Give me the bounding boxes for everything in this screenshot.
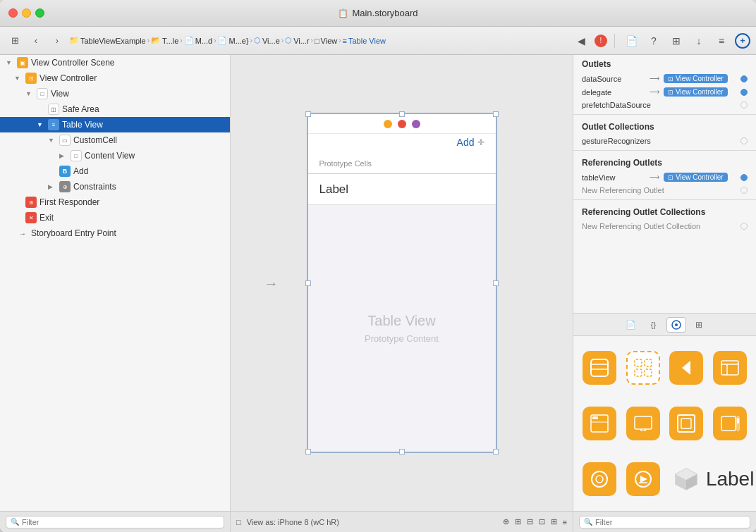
nav-item-exit[interactable]: ▶ ✕ Exit <box>0 210 230 225</box>
table-view-icon: ≡ <box>48 119 59 130</box>
cell-row[interactable]: Label <box>308 174 496 205</box>
lib-item-label[interactable]: Label <box>709 452 750 505</box>
table-icon-bottom[interactable]: ≡ <box>563 518 567 526</box>
device-icon[interactable]: □ <box>236 518 241 526</box>
toolbar-right: ◀ ! 📄 ? ⊞ ↓ ≡ + <box>572 32 750 50</box>
zoom-in-icon[interactable]: ⊞ <box>515 517 521 526</box>
handle-tc[interactable] <box>399 111 405 117</box>
svg-rect-22 <box>721 416 736 431</box>
nav-item-constraints[interactable]: ▶ ⊕ Constraints <box>0 179 230 194</box>
warning-button[interactable]: ! <box>595 35 607 47</box>
ruler-icon[interactable]: ⊞ <box>551 517 557 526</box>
back-button[interactable]: ‹ <box>27 32 45 50</box>
arrow-icon: ▼ <box>6 59 14 66</box>
lib-item-media-player[interactable] <box>623 452 664 505</box>
svg-rect-10 <box>721 361 738 375</box>
lib-item-collection-vc[interactable] <box>623 342 664 395</box>
lib-item-nav-vc[interactable] <box>666 342 707 395</box>
minimize-button[interactable] <box>22 8 31 18</box>
lib-item-table-view-controller[interactable] <box>579 342 620 395</box>
status-dot-purple <box>412 120 420 128</box>
breadcrumb-4[interactable]: ⬡ Vi...e <box>254 36 280 45</box>
entry-icon: → <box>17 228 28 239</box>
file-icon-3: 📄 <box>217 36 227 45</box>
handle-bc[interactable] <box>399 449 405 454</box>
status-dot-orange <box>384 120 392 128</box>
breadcrumb-1[interactable]: 📂 T...le <box>151 36 178 45</box>
tableview-outlet-name: tableView <box>582 173 645 182</box>
breadcrumb-7[interactable]: ≡ Table View <box>343 37 386 45</box>
canvas-scroll[interactable]: → <box>231 55 573 511</box>
close-button[interactable] <box>8 8 18 18</box>
nav-item-custom-cell[interactable]: ▼ ▭ CustomCell <box>0 132 230 148</box>
lib-tab-file[interactable]: 📄 <box>621 317 641 333</box>
gesture-circle[interactable] <box>740 137 748 144</box>
nav-item-safe-area[interactable]: ▶ ◫ Safe Area <box>0 101 230 117</box>
storyboard-icon: 📋 <box>338 8 348 18</box>
nav-item-table-view[interactable]: ▼ ≡ Table View <box>0 117 230 132</box>
help-button[interactable]: ? <box>645 32 663 50</box>
storyboard-entry-arrow: → <box>264 275 279 291</box>
grid-view-button[interactable]: ⊞ <box>6 32 24 50</box>
breadcrumb-5[interactable]: ⬡ Vi...r <box>285 36 309 45</box>
lib-item-pager-vc[interactable] <box>623 397 664 450</box>
nav-filter-input[interactable] <box>22 518 219 526</box>
collection-vc-icon <box>626 351 660 385</box>
bc-label-2: M...d <box>195 37 212 45</box>
bc-sep-1: › <box>180 37 182 44</box>
bc-label-7: Table View <box>348 37 386 45</box>
sidebar-button[interactable]: ≡ <box>712 32 731 50</box>
lib-item-split-vc[interactable] <box>709 342 750 395</box>
breadcrumb-6[interactable]: □ View <box>315 37 337 45</box>
handle-ml[interactable] <box>305 280 311 286</box>
lib-item-tab-vc[interactable] <box>579 397 620 450</box>
file-inspector-button[interactable]: 📄 <box>622 32 640 50</box>
zoom-out-icon[interactable]: ⊟ <box>527 517 533 526</box>
new-ref-circle[interactable] <box>740 187 748 194</box>
prefetch-circle[interactable] <box>740 101 748 109</box>
nav-label-cell: CustomCell <box>73 135 117 145</box>
zoom-fit-icon[interactable]: ⊕ <box>503 517 509 526</box>
handle-tl[interactable] <box>305 111 311 117</box>
avkit-vc-icon <box>583 462 616 496</box>
canvas-bottom-bar: □ View as: iPhone 8 (wC hR) ⊕ ⊞ ⊟ ⊡ ⊞ ≡ <box>231 511 573 532</box>
nav-item-first-responder[interactable]: ▶ ⊛ First Responder <box>0 194 230 210</box>
lib-search-icon: 🔍 <box>584 518 592 526</box>
handle-bl[interactable] <box>305 449 311 454</box>
handle-br[interactable] <box>493 449 499 454</box>
maximize-button[interactable] <box>35 8 44 18</box>
forward-button[interactable]: › <box>48 32 66 50</box>
nav-filter-wrap: 🔍 <box>6 516 224 528</box>
lib-tab-code[interactable]: {} <box>644 317 664 333</box>
lib-tab-object[interactable] <box>666 317 686 333</box>
canvas-with-arrow: → <box>307 99 497 467</box>
label-text-preview: Label <box>706 468 755 490</box>
breadcrumb-tableviewexample[interactable]: 📁 TableViewExample <box>69 36 146 45</box>
add-object-button[interactable]: + <box>735 33 750 49</box>
lib-item-scroll-vc[interactable] <box>709 397 750 450</box>
handle-tr[interactable] <box>493 111 499 117</box>
nav-item-scene[interactable]: ▼ ▣ View Controller Scene <box>0 55 230 70</box>
breadcrumb-2[interactable]: 📄 M...d <box>184 36 212 45</box>
breadcrumb-3[interactable]: 📄 M...e} <box>217 36 248 45</box>
nav-item-add[interactable]: ▶ B Add <box>0 163 230 179</box>
nav-prev-button[interactable]: ◀ <box>572 32 590 50</box>
nav-item-entry-point[interactable]: ▶ → Storyboard Entry Point <box>0 225 230 241</box>
new-ref-col-circle[interactable] <box>740 223 748 230</box>
lib-tab-media[interactable]: ⊞ <box>689 317 709 333</box>
lib-item-3d-box[interactable] <box>666 452 707 505</box>
lib-item-container-vc[interactable] <box>666 397 707 450</box>
nav-item-content-view[interactable]: ▶ □ Content View <box>0 148 230 163</box>
tv-circle[interactable] <box>740 174 748 181</box>
handle-mr[interactable] <box>493 280 499 286</box>
lib-filter-input[interactable] <box>595 518 745 526</box>
nav-item-view[interactable]: ▼ □ View <box>0 86 230 101</box>
nav-item-vc[interactable]: ▼ ⊡ View Controller <box>0 70 230 86</box>
show-connections-button[interactable]: ↓ <box>690 32 708 50</box>
svg-rect-5 <box>635 359 642 366</box>
grid-icon[interactable]: ⊡ <box>539 517 545 526</box>
media-library-button[interactable]: ⊞ <box>667 32 685 50</box>
ds-circle[interactable] <box>740 75 748 82</box>
del-circle[interactable] <box>740 89 748 96</box>
lib-item-avkit-vc[interactable] <box>579 452 620 505</box>
